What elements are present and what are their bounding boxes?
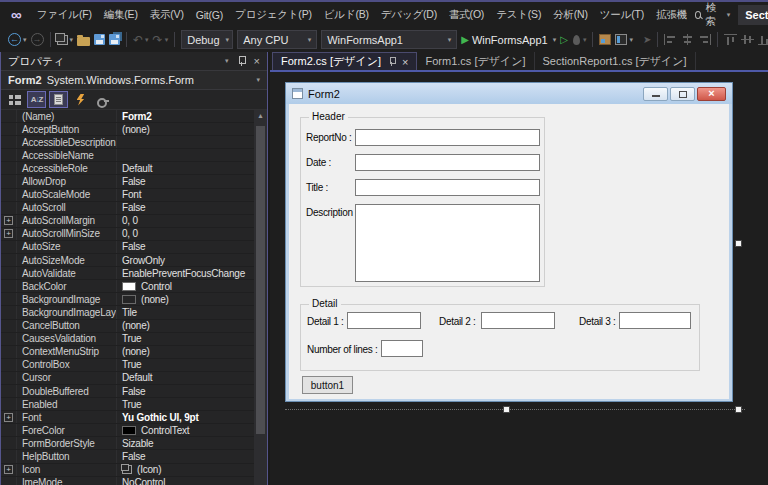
tab-document[interactable]: Form1.cs [デザイン]: [417, 52, 534, 70]
align-centers-icon[interactable]: [681, 34, 694, 45]
save-button[interactable]: [92, 30, 107, 50]
property-value[interactable]: Default: [116, 162, 254, 174]
property-row[interactable]: BackgroundImageLayoutTile: [1, 306, 254, 319]
resize-handle-bottom[interactable]: [503, 406, 510, 413]
object-selector[interactable]: Form2 System.Windows.Forms.Form ▾: [1, 70, 267, 90]
align-lefts-icon[interactable]: [664, 34, 677, 45]
menu-item[interactable]: ツール(T): [594, 4, 650, 26]
property-row[interactable]: AutoScrollFalse: [1, 202, 254, 215]
resize-handle-right[interactable]: [735, 240, 742, 247]
property-row[interactable]: BackgroundImage(none): [1, 293, 254, 306]
pin-icon[interactable]: [389, 57, 395, 66]
expand-icon[interactable]: +: [4, 413, 13, 422]
property-row[interactable]: CursorDefault: [1, 372, 254, 385]
menu-item[interactable]: 書式(O): [443, 4, 490, 26]
property-row[interactable]: DoubleBufferedFalse: [1, 385, 254, 398]
property-row[interactable]: ForeColorControlText: [1, 424, 254, 437]
startup-project-combo[interactable]: WinFormsApp1▾: [321, 30, 457, 49]
layout-button[interactable]: ▾: [613, 30, 635, 50]
pin-icon[interactable]: [238, 56, 245, 66]
solution-name[interactable]: Sect: [738, 5, 768, 25]
form-close-button[interactable]: ×: [697, 87, 726, 101]
property-row[interactable]: AccessibleRoleDefault: [1, 162, 254, 175]
property-pages-button[interactable]: [93, 91, 112, 108]
maximize-button[interactable]: [670, 87, 695, 101]
minimize-button[interactable]: [643, 87, 668, 101]
tab-document[interactable]: Form2.cs [デザイン]×: [272, 52, 417, 70]
property-row[interactable]: +Icon(Icon): [1, 464, 254, 477]
window-position-icon[interactable]: ▾: [225, 57, 229, 65]
designer-form[interactable]: Form2 × Header ReportNo : Date : Ti: [285, 82, 733, 402]
property-value[interactable]: Form2: [116, 110, 254, 122]
menu-item[interactable]: ビルド(B): [318, 4, 375, 26]
open-file-button[interactable]: [75, 30, 92, 50]
property-value[interactable]: Control: [116, 280, 254, 292]
menu-item[interactable]: デバッグ(D): [375, 4, 443, 26]
menu-item[interactable]: Git(G): [190, 5, 229, 25]
property-value[interactable]: (none): [116, 123, 254, 135]
alphabetical-button[interactable]: A↓Z: [27, 91, 46, 108]
property-value[interactable]: (none): [116, 293, 254, 305]
property-value[interactable]: False: [116, 202, 254, 214]
property-row[interactable]: ControlBoxTrue: [1, 359, 254, 372]
menu-item[interactable]: 拡張機能(X): [650, 4, 687, 26]
select-tool-button[interactable]: ➤: [641, 30, 653, 50]
property-row[interactable]: AutoScaleModeFont: [1, 189, 254, 202]
property-row[interactable]: (Name)Form2: [1, 110, 254, 123]
property-row[interactable]: AccessibleName: [1, 149, 254, 162]
button1[interactable]: button1: [302, 376, 353, 394]
property-value[interactable]: True: [116, 398, 254, 410]
menu-item[interactable]: 表示(V): [144, 4, 190, 26]
property-row[interactable]: ContextMenuStrip(none): [1, 346, 254, 359]
start-without-debug-button[interactable]: ▷: [558, 30, 570, 50]
events-button[interactable]: [71, 91, 90, 108]
property-row[interactable]: CausesValidationTrue: [1, 333, 254, 346]
property-value[interactable]: [116, 149, 254, 161]
property-value[interactable]: 0, 0: [116, 215, 254, 227]
package-button[interactable]: [597, 30, 613, 50]
property-row[interactable]: +FontYu Gothic UI, 9pt: [1, 411, 254, 424]
search-control[interactable]: 検索 ▾: [687, 0, 738, 31]
property-value[interactable]: False: [116, 385, 254, 397]
property-value[interactable]: GrowOnly: [116, 254, 254, 266]
align-rights-icon[interactable]: [698, 34, 711, 45]
property-value[interactable]: True: [116, 333, 254, 345]
menu-item[interactable]: 分析(N): [547, 4, 594, 26]
nav-forward-button[interactable]: →: [29, 30, 46, 50]
property-value[interactable]: True: [116, 359, 254, 371]
detail3-input[interactable]: [619, 312, 691, 329]
expand-icon[interactable]: +: [4, 465, 13, 474]
property-row[interactable]: HelpButtonFalse: [1, 450, 254, 463]
property-row[interactable]: AutoValidateEnablePreventFocusChange: [1, 267, 254, 280]
menu-item[interactable]: テスト(S): [490, 4, 547, 26]
designer-canvas[interactable]: Form2 × Header ReportNo : Date : Ti: [270, 74, 768, 485]
property-value[interactable]: False: [116, 241, 254, 253]
date-input[interactable]: [355, 154, 540, 171]
property-row[interactable]: BackColorControl: [1, 280, 254, 293]
property-row[interactable]: ImeModeNoControl: [1, 477, 254, 485]
property-value[interactable]: (Icon): [116, 464, 254, 476]
lines-input[interactable]: [381, 340, 423, 357]
property-row[interactable]: +AutoScrollMinSize0, 0: [1, 228, 254, 241]
property-value[interactable]: Default: [116, 372, 254, 384]
property-row[interactable]: CancelButton(none): [1, 320, 254, 333]
property-value[interactable]: NoControl: [116, 477, 254, 485]
property-row[interactable]: AllowDropFalse: [1, 175, 254, 188]
menu-item[interactable]: ファイル(F): [31, 4, 98, 26]
property-value[interactable]: Font: [116, 189, 254, 201]
align-tops-icon[interactable]: [724, 34, 737, 45]
add-item-button[interactable]: ▾: [55, 30, 76, 50]
description-input[interactable]: [355, 204, 540, 282]
align-middles-icon[interactable]: [741, 34, 754, 45]
expand-icon[interactable]: +: [4, 216, 13, 225]
menu-item[interactable]: プロジェクト(P): [229, 4, 318, 26]
property-value[interactable]: 0, 0: [116, 228, 254, 240]
property-value[interactable]: [116, 136, 254, 148]
close-icon[interactable]: ×: [402, 57, 408, 67]
property-value[interactable]: Tile: [116, 306, 254, 318]
categorized-button[interactable]: [5, 91, 24, 108]
property-row[interactable]: AutoSizeModeGrowOnly: [1, 254, 254, 267]
property-row[interactable]: +AutoScrollMargin0, 0: [1, 215, 254, 228]
property-value[interactable]: False: [116, 175, 254, 187]
platform-combo[interactable]: Any CPU▾: [237, 30, 317, 49]
